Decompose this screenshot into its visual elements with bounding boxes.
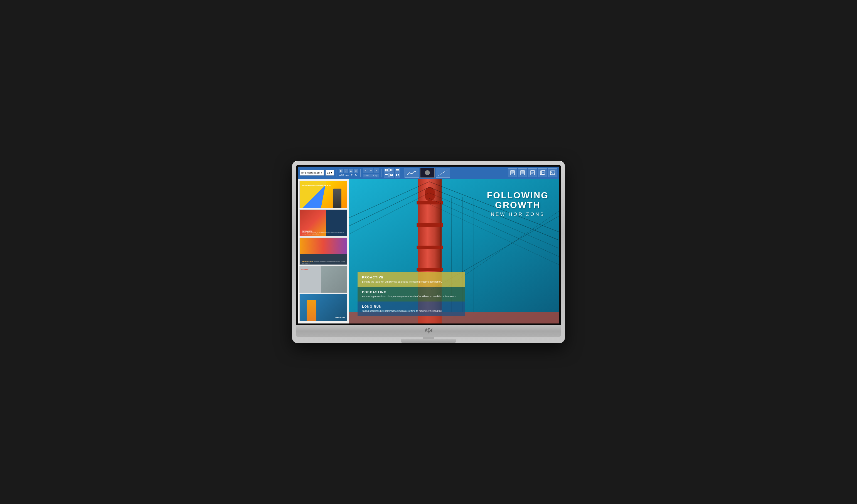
trend-line-button[interactable]	[436, 168, 450, 178]
long-run-box: LONG RUN Taking seamless key performance…	[357, 301, 465, 316]
svg-rect-11	[392, 174, 393, 175]
subscript-label: A₂	[354, 174, 357, 177]
screen-bezel: HP Simplified Light ▼ 12 ▼ B I A ★	[296, 165, 561, 325]
indent-dec-btn[interactable]: ↤ Opt	[363, 174, 371, 177]
podcasting-title: PODCASTING	[362, 290, 460, 294]
slide-1-text: BRINGING UP A NEW CHANGE	[302, 184, 331, 187]
svg-rect-8	[385, 176, 386, 176]
proactive-box: PROACTIVE Bring to the table win-win sur…	[357, 272, 465, 287]
layout-btn-1[interactable]	[384, 168, 389, 172]
monitor-stand-base	[401, 339, 456, 343]
abc-lower-label: abc	[345, 174, 350, 177]
divider-4	[402, 169, 402, 177]
layout-btn-4[interactable]	[384, 173, 389, 177]
toggle-button[interactable]	[420, 168, 435, 178]
slide-4-right	[321, 266, 347, 293]
following-growth-line2: GROWTH	[487, 200, 549, 210]
formatting-row-2: ABC abc A² A₂	[339, 174, 358, 177]
screen: HP Simplified Light ▼ 12 ▼ B I A ★	[298, 167, 559, 324]
main-area: BRINGING UP A NEW CHANGE TEAM WORK Ensur…	[298, 179, 559, 324]
doc-button[interactable]	[528, 168, 537, 177]
svg-rect-12	[390, 175, 393, 176]
bold-button[interactable]: B	[339, 169, 343, 173]
layout-row-2	[384, 173, 400, 177]
proactive-text: Bring to the table win-win survival stra…	[362, 280, 460, 284]
right-icons-group	[508, 168, 557, 177]
font-size-value: 12	[327, 171, 330, 174]
toolbar: HP Simplified Light ▼ 12 ▼ B I A ★	[298, 167, 559, 179]
align-center-btn[interactable]: ≡	[368, 168, 373, 173]
svg-rect-31	[541, 171, 545, 174]
layout-btn-2[interactable]	[389, 168, 394, 172]
svg-rect-2	[390, 169, 391, 171]
svg-rect-3	[391, 169, 392, 171]
layout-btn-6[interactable]	[395, 173, 400, 177]
star-button[interactable]: ★	[354, 169, 358, 173]
font-selector[interactable]: HP Simplified Light ▼	[300, 170, 324, 175]
font-name-label: HP Simplified Light	[301, 172, 320, 174]
slide-thumb-3[interactable]: EXCELLENCE Intrinsically create. Teams i…	[299, 238, 347, 265]
notes-button[interactable]	[508, 168, 517, 177]
hp-logo: ℍ𝓅	[424, 327, 433, 335]
formatting-group: B I A ★ ABC abc A² A₂	[339, 169, 358, 177]
superscript-label: A²	[350, 174, 354, 177]
svg-rect-4	[392, 169, 393, 171]
slide-4-title: GLOBAL	[301, 268, 308, 270]
slide-1-person	[333, 189, 341, 208]
long-run-text: Taking seamless key performance indicato…	[362, 309, 460, 313]
doc2-button[interactable]	[538, 168, 547, 177]
svg-line-16	[438, 170, 448, 175]
svg-rect-34	[550, 171, 555, 175]
underline-button[interactable]: A	[349, 169, 353, 173]
font-dropdown-arrow[interactable]: ▼	[321, 172, 322, 174]
slide-panel: BRINGING UP A NEW CHANGE TEAM WORK Ensur…	[298, 179, 349, 324]
notes2-button[interactable]	[518, 168, 527, 177]
svg-rect-1	[386, 169, 388, 171]
line-chart-button[interactable]	[405, 168, 419, 178]
indent-row: ↤ Opt ↦ Opt	[363, 174, 379, 177]
indent-inc-btn[interactable]: ↦ Opt	[371, 174, 379, 177]
image-button[interactable]	[548, 168, 557, 177]
slide-thumb-4[interactable]: GLOBAL	[299, 266, 347, 293]
font-size-arrow[interactable]: ▼	[330, 171, 333, 174]
podcasting-box: PODCASTING Podcasting operational change…	[357, 287, 465, 302]
slide-4-left	[300, 266, 321, 293]
abc-label: ABC	[339, 174, 344, 177]
svg-rect-10	[390, 174, 391, 175]
slide-3-desc: Intrinsically create. Teams in the addit…	[302, 261, 347, 264]
monitor-bottom: ℍ𝓅	[296, 325, 561, 337]
podcasting-text: Podcasting operational change management…	[362, 295, 460, 298]
slide-thumb-1[interactable]: BRINGING UP A NEW CHANGE	[299, 181, 347, 208]
svg-rect-14	[398, 174, 399, 175]
slide-3-bg	[300, 238, 347, 254]
following-growth-line1: FOLLOWING	[487, 191, 549, 200]
long-run-title: LONG RUN	[362, 305, 460, 308]
toggle-circle	[425, 170, 430, 175]
align-group: ≡ ≡ ≡ ↤ Opt ↦ Opt	[363, 168, 379, 177]
align-left-btn[interactable]: ≡	[363, 168, 368, 173]
font-size-box[interactable]: 12 ▼	[325, 170, 334, 175]
main-slide-view: FOLLOWING GROWTH NEW HORIZONS PROACTIVE …	[349, 179, 559, 324]
slide-5-title: TEAM WORK	[335, 316, 345, 318]
slide-5-person	[307, 300, 316, 321]
align-row-1: ≡ ≡ ≡	[363, 168, 379, 173]
new-horizons-subtitle: NEW HORIZONS	[487, 212, 549, 217]
italic-button[interactable]: I	[343, 169, 348, 173]
proactive-title: PROACTIVE	[362, 276, 460, 279]
svg-rect-0	[385, 169, 386, 171]
svg-rect-13	[396, 174, 397, 176]
formatting-row-1: B I A ★	[339, 169, 358, 173]
content-boxes: PROACTIVE Bring to the table win-win sur…	[357, 272, 465, 316]
align-right-btn[interactable]: ≡	[374, 168, 379, 173]
layout-btn-3[interactable]	[395, 168, 400, 172]
slide-thumb-5[interactable]: TEAM WORK	[299, 294, 347, 321]
monitor-stand-neck	[423, 337, 434, 339]
svg-rect-9	[386, 176, 388, 176]
layout-group	[384, 168, 400, 177]
slide-2-desc: Ensure deliverables led by the team lead…	[302, 231, 347, 235]
layout-btn-5[interactable]	[389, 173, 394, 177]
chart-buttons-group	[405, 168, 450, 178]
slide-thumb-2[interactable]: TEAM WORK Ensure deliverables led by the…	[299, 209, 347, 237]
slide-main-title: FOLLOWING GROWTH NEW HORIZONS	[487, 191, 549, 217]
svg-rect-7	[385, 174, 388, 175]
